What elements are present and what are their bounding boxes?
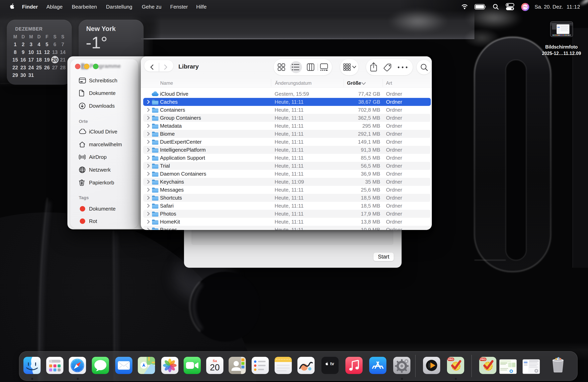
svg-text:PRO: PRO xyxy=(480,358,486,361)
svg-text:tv: tv xyxy=(330,361,334,366)
svg-text:20: 20 xyxy=(210,363,220,372)
svg-text:PRO: PRO xyxy=(448,358,453,361)
